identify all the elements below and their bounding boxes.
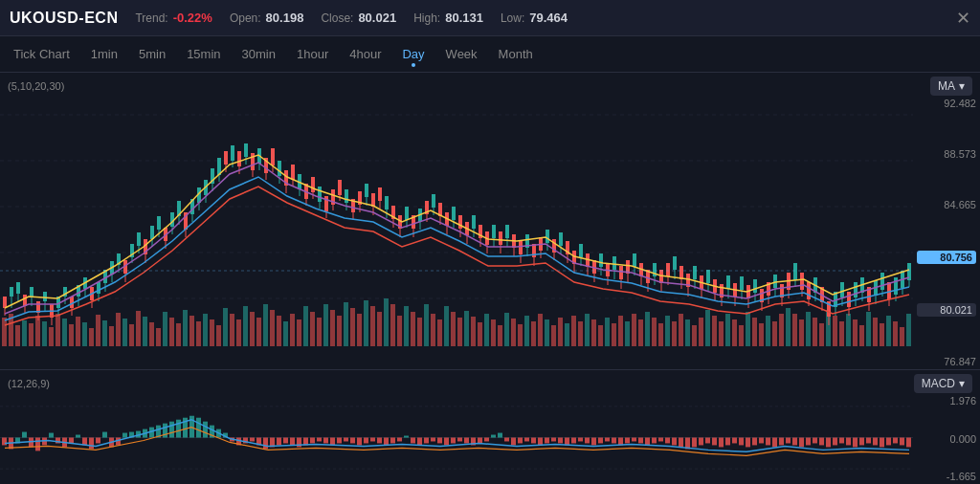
main-chart-area: (5,10,20,30) MA ▾ <box>0 73 980 369</box>
svg-rect-40 <box>236 319 241 346</box>
svg-rect-517 <box>672 438 677 446</box>
svg-rect-242 <box>338 180 342 195</box>
svg-rect-469 <box>350 438 355 444</box>
svg-rect-551 <box>900 438 904 446</box>
svg-rect-489 <box>484 438 489 442</box>
high-group: High: 80.131 <box>413 11 483 25</box>
svg-rect-344 <box>679 266 683 279</box>
svg-rect-35 <box>203 314 208 346</box>
svg-rect-276 <box>452 207 456 220</box>
svg-rect-540 <box>826 438 831 448</box>
svg-rect-13 <box>56 314 60 346</box>
svg-rect-442 <box>169 422 174 438</box>
close-value: 80.021 <box>358 11 396 25</box>
svg-rect-530 <box>759 438 764 444</box>
svg-rect-87 <box>551 325 556 346</box>
svg-rect-506 <box>598 438 603 444</box>
svg-rect-492 <box>504 438 509 442</box>
svg-rect-67 <box>417 318 422 346</box>
svg-rect-48 <box>290 314 295 346</box>
svg-rect-483 <box>444 438 449 446</box>
svg-rect-148 <box>23 295 27 306</box>
trend-value: -0.22% <box>173 11 212 25</box>
svg-rect-366 <box>753 279 757 293</box>
svg-rect-288 <box>492 225 496 238</box>
svg-rect-61 <box>377 312 382 346</box>
svg-rect-210 <box>231 145 234 161</box>
timeframe-tick-chart[interactable]: Tick Chart <box>4 43 79 65</box>
svg-rect-515 <box>658 438 663 442</box>
svg-rect-47 <box>283 321 288 346</box>
svg-rect-504 <box>585 438 590 444</box>
svg-rect-123 <box>792 314 797 346</box>
timeframe-day[interactable]: Day <box>392 43 434 65</box>
svg-rect-422 <box>35 438 40 451</box>
svg-rect-146 <box>16 282 20 294</box>
svg-rect-71 <box>444 306 449 346</box>
svg-rect-216 <box>251 153 255 170</box>
svg-rect-505 <box>591 438 596 446</box>
svg-rect-458 <box>277 438 281 446</box>
svg-rect-49 <box>297 319 301 346</box>
svg-rect-93 <box>591 319 596 346</box>
macd-level-1: 0.000 <box>917 433 976 445</box>
svg-rect-117 <box>752 318 757 346</box>
svg-rect-533 <box>779 438 784 446</box>
svg-rect-58 <box>357 314 362 346</box>
svg-rect-107 <box>685 319 690 346</box>
ma-selector[interactable]: MA ▾ <box>930 77 972 96</box>
timeframe-30min[interactable]: 30min <box>233 43 285 65</box>
timeframe-15min[interactable]: 15min <box>177 43 230 65</box>
ma-dropdown-icon: ▾ <box>959 79 965 93</box>
svg-rect-38 <box>223 308 228 346</box>
svg-rect-100 <box>638 319 643 346</box>
svg-rect-320 <box>599 253 603 267</box>
ma-selector-label: MA <box>938 79 955 93</box>
high-label: High: <box>413 11 440 25</box>
timeframe-4hour[interactable]: 4hour <box>340 43 390 65</box>
svg-rect-116 <box>746 312 750 346</box>
svg-rect-447 <box>203 422 208 438</box>
svg-rect-39 <box>230 314 234 346</box>
close-button[interactable]: ✕ <box>956 10 970 27</box>
svg-rect-476 <box>397 438 402 442</box>
low-value: 79.464 <box>529 11 568 25</box>
svg-rect-106 <box>679 314 683 346</box>
svg-rect-154 <box>43 292 47 301</box>
macd-chart-svg <box>0 391 913 484</box>
svg-rect-290 <box>499 231 502 245</box>
macd-selector[interactable]: MACD ▾ <box>914 374 972 393</box>
svg-rect-537 <box>806 438 811 446</box>
svg-rect-31 <box>176 323 181 346</box>
svg-rect-108 <box>692 325 697 346</box>
svg-rect-62 <box>384 298 389 346</box>
svg-rect-104 <box>665 316 670 346</box>
svg-rect-103 <box>658 323 663 346</box>
svg-rect-110 <box>705 310 710 346</box>
svg-rect-11 <box>42 321 47 346</box>
svg-rect-41 <box>243 306 248 346</box>
svg-rect-137 <box>886 316 891 346</box>
price-scale: 92.482 88.573 84.665 80.756 80.021 76.84… <box>913 96 980 369</box>
svg-rect-234 <box>311 177 315 192</box>
svg-rect-470 <box>357 438 362 446</box>
close-label: Close: <box>321 11 353 25</box>
timeframe-1min[interactable]: 1min <box>81 43 127 65</box>
svg-rect-105 <box>672 321 677 346</box>
svg-rect-30 <box>169 318 174 346</box>
svg-rect-238 <box>324 196 328 211</box>
svg-rect-115 <box>739 325 744 346</box>
timeframe-week[interactable]: Week <box>436 43 487 65</box>
svg-rect-488 <box>478 438 482 444</box>
svg-rect-44 <box>263 304 268 346</box>
svg-rect-36 <box>210 319 214 346</box>
macd-level-0: 1.976 <box>917 395 976 407</box>
price-level-0: 92.482 <box>917 98 976 109</box>
timeframe-month[interactable]: Month <box>489 43 543 65</box>
timeframe-1hour[interactable]: 1hour <box>287 43 338 65</box>
timeframe-5min[interactable]: 5min <box>129 43 175 65</box>
svg-rect-224 <box>278 161 281 176</box>
svg-rect-89 <box>565 323 569 346</box>
svg-rect-20 <box>102 320 107 346</box>
svg-rect-538 <box>813 438 817 444</box>
